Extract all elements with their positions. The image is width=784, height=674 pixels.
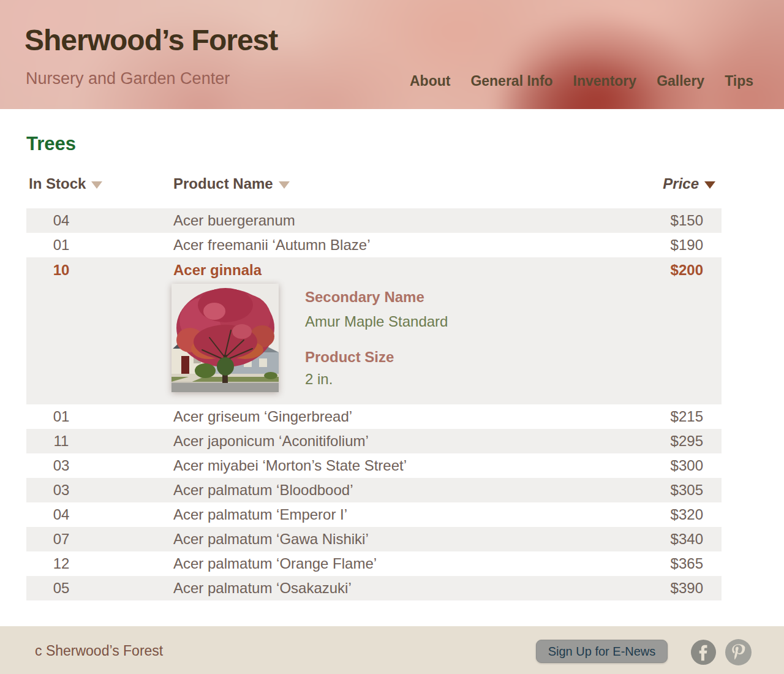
price-cell: $200	[599, 257, 722, 283]
stock-cell: 12	[26, 551, 96, 576]
price-cell: $390	[599, 576, 722, 600]
price-cell: $295	[599, 429, 722, 453]
nav-inventory[interactable]: Inventory	[573, 73, 637, 89]
expanded-row-summary[interactable]: 10 Acer ginnala $200	[26, 257, 722, 283]
price-cell: $320	[599, 502, 722, 527]
table-row[interactable]: 07 Acer palmatum ‘Gawa Nishiki’ $340	[26, 527, 722, 551]
price-label: Price	[663, 175, 699, 192]
column-header-in-stock[interactable]: In Stock	[29, 175, 102, 192]
product-name-label: Product Name	[173, 175, 273, 192]
price-cell: $215	[599, 404, 722, 429]
stock-cell: 10	[26, 257, 96, 283]
site-footer: c Sherwood’s Forest Sign Up for E-News	[0, 626, 784, 674]
stock-cell: 03	[26, 453, 96, 478]
signup-enews-button[interactable]: Sign Up for E-News	[536, 640, 668, 663]
table-row[interactable]: 01 Acer griseum ‘Gingerbread’ $215	[26, 404, 722, 429]
nav-about[interactable]: About	[410, 73, 450, 89]
site-header: Sherwood’s Forest Nursery and Garden Cen…	[0, 0, 784, 109]
name-cell: Acer palmatum ‘Gawa Nishiki’	[173, 527, 599, 551]
page: Sherwood’s Forest Nursery and Garden Cen…	[0, 0, 784, 674]
price-cell: $300	[599, 453, 722, 478]
price-cell: $340	[599, 527, 722, 551]
name-cell: Acer miyabei ‘Morton’s State Street’	[173, 453, 599, 478]
stock-cell: 07	[26, 527, 96, 551]
nav-tips[interactable]: Tips	[725, 73, 753, 89]
name-cell: Acer freemanii ‘Autumn Blaze’	[173, 233, 599, 257]
sort-arrow-icon[interactable]	[279, 181, 290, 189]
table-row[interactable]: 01 Acer freemanii ‘Autumn Blaze’ $190	[26, 233, 722, 257]
column-header-product-name[interactable]: Product Name	[173, 175, 290, 192]
name-cell: Acer palmatum ‘Orange Flame’	[173, 551, 599, 576]
copyright-text: c Sherwood’s Forest	[35, 643, 163, 659]
price-cell: $150	[599, 208, 722, 233]
sort-arrow-icon[interactable]	[91, 181, 102, 189]
stock-cell: 03	[26, 478, 96, 502]
name-cell: Acer ginnala	[173, 257, 599, 283]
table-row[interactable]: 12 Acer palmatum ‘Orange Flame’ $365	[26, 551, 722, 576]
secondary-name-label: Secondary Name	[305, 289, 424, 306]
table-row-expanded[interactable]: 10 Acer ginnala $200	[26, 257, 722, 404]
name-cell: Acer palmatum ‘Bloodbood’	[173, 478, 599, 502]
site-title: Sherwood’s Forest	[24, 23, 277, 57]
stock-cell: 11	[26, 429, 96, 453]
nav-gallery[interactable]: Gallery	[657, 73, 704, 89]
nav-general-info[interactable]: General Info	[470, 73, 552, 89]
site-subtitle: Nursery and Garden Center	[26, 69, 230, 88]
facebook-icon[interactable]	[691, 640, 716, 665]
stock-cell: 04	[26, 208, 96, 233]
page-title: Trees	[26, 133, 76, 155]
stock-cell: 01	[26, 233, 96, 257]
amur-maple-tree-photo	[172, 284, 279, 392]
pinterest-icon[interactable]	[725, 639, 752, 665]
stock-cell: 01	[26, 404, 96, 429]
price-cell: $190	[599, 233, 722, 257]
table-header: In Stock Product Name Price	[26, 175, 722, 196]
name-cell: Acer palmatum ‘Osakazuki’	[173, 576, 599, 600]
product-size-value: 2 in.	[305, 371, 333, 388]
table-row[interactable]: 05 Acer palmatum ‘Osakazuki’ $390	[26, 576, 722, 600]
name-cell: Acer buergeranum	[173, 208, 599, 233]
stock-cell: 04	[26, 502, 96, 527]
table-row[interactable]: 04 Acer buergeranum $150	[26, 208, 722, 233]
product-table: 04 Acer buergeranum $150 01 Acer freeman…	[26, 208, 722, 600]
product-size-label: Product Size	[305, 349, 394, 366]
sort-arrow-active-icon[interactable]	[704, 181, 715, 189]
main-nav: About General Info Inventory Gallery Tip…	[410, 73, 753, 89]
name-cell: Acer palmatum ‘Emperor I’	[173, 502, 599, 527]
table-row[interactable]: 11 Acer japonicum ‘Aconitifolium’ $295	[26, 429, 722, 453]
table-row[interactable]: 03 Acer palmatum ‘Bloodbood’ $305	[26, 478, 722, 502]
table-row[interactable]: 03 Acer miyabei ‘Morton’s State Street’ …	[26, 453, 722, 478]
table-row[interactable]: 04 Acer palmatum ‘Emperor I’ $320	[26, 502, 722, 527]
secondary-name-value: Amur Maple Standard	[305, 313, 448, 330]
in-stock-label: In Stock	[29, 175, 86, 192]
name-cell: Acer griseum ‘Gingerbread’	[173, 404, 599, 429]
column-header-price[interactable]: Price	[663, 175, 715, 192]
name-cell: Acer japonicum ‘Aconitifolium’	[173, 429, 599, 453]
price-cell: $305	[599, 478, 722, 502]
price-cell: $365	[599, 551, 722, 576]
stock-cell: 05	[26, 576, 96, 600]
